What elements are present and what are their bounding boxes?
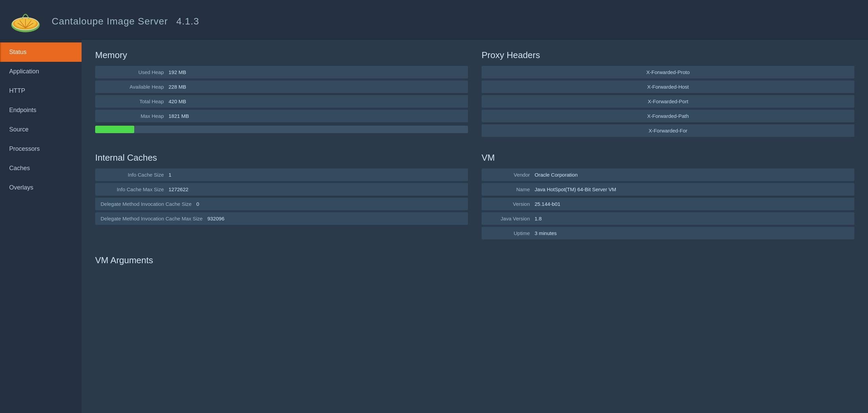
version-label: 4.1.3 — [176, 16, 199, 26]
sidebar-item-processors[interactable]: Processors — [0, 139, 82, 159]
memory-bar — [95, 126, 468, 133]
vm-version-row: Version 25.144-b01 — [482, 198, 854, 210]
memory-bar-fill — [95, 126, 134, 133]
delegate-cache-max-row: Delegate Method Invocation Cache Max Siz… — [95, 212, 468, 225]
proxy-row-3: X-Forwarded-Path — [482, 110, 854, 122]
sidebar-item-source[interactable]: Source — [0, 120, 82, 139]
app-title: Cantaloupe Image Server 4.1.3 — [48, 12, 199, 28]
proxy-row-4: X-Forwarded-For — [482, 124, 854, 137]
proxy-row-1: X-Forwarded-Host — [482, 80, 854, 93]
proxy-headers-section: Proxy Headers X-Forwarded-Proto X-Forwar… — [482, 50, 854, 139]
info-cache-size-row: Info Cache Size 1 — [95, 168, 468, 181]
proxy-headers-title: Proxy Headers — [482, 50, 854, 60]
vm-vendor-row: Vendor Oracle Corporation — [482, 168, 854, 181]
delegate-cache-size-row: Delegate Method Invocation Cache Size 0 — [95, 198, 468, 210]
memory-title: Memory — [95, 50, 468, 60]
app-layout: Status Application HTTP Endpoints Source… — [0, 40, 868, 413]
used-heap-row: Used Heap 192 MB — [95, 66, 468, 78]
logo-icon — [10, 6, 41, 33]
internal-caches-section: Internal Caches Info Cache Size 1 Info C… — [95, 152, 468, 241]
proxy-row-2: X-Forwarded-Port — [482, 95, 854, 108]
vm-java-version-row: Java Version 1.8 — [482, 212, 854, 225]
sidebar-item-overlays[interactable]: Overlays — [0, 178, 82, 197]
main-content: Memory Used Heap 192 MB Available Heap 2… — [82, 40, 868, 413]
proxy-row-0: X-Forwarded-Proto — [482, 66, 854, 78]
info-cache-max-row: Info Cache Max Size 1272622 — [95, 183, 468, 196]
header-title-group: Cantaloupe Image Server 4.1.3 — [48, 12, 199, 28]
sidebar-item-endpoints[interactable]: Endpoints — [0, 101, 82, 120]
vm-arguments-title: VM Arguments — [95, 255, 854, 266]
internal-caches-title: Internal Caches — [95, 152, 468, 163]
bottom-columns: Internal Caches Info Cache Size 1 Info C… — [95, 152, 854, 241]
sidebar: Status Application HTTP Endpoints Source… — [0, 40, 82, 413]
memory-section: Memory Used Heap 192 MB Available Heap 2… — [95, 50, 468, 139]
available-heap-row: Available Heap 228 MB — [95, 80, 468, 93]
sidebar-item-caches[interactable]: Caches — [0, 159, 82, 178]
sidebar-item-application[interactable]: Application — [0, 62, 82, 81]
vm-title: VM — [482, 152, 854, 163]
total-heap-row: Total Heap 420 MB — [95, 95, 468, 108]
vm-section: VM Vendor Oracle Corporation Name Java H… — [482, 152, 854, 241]
top-columns: Memory Used Heap 192 MB Available Heap 2… — [95, 50, 854, 139]
vm-arguments-section: VM Arguments — [95, 255, 854, 266]
sidebar-item-http[interactable]: HTTP — [0, 81, 82, 101]
vm-uptime-row: Uptime 3 minutes — [482, 227, 854, 239]
sidebar-item-status[interactable]: Status — [0, 42, 82, 62]
header: Cantaloupe Image Server 4.1.3 — [0, 0, 868, 40]
vm-name-row: Name Java HotSpot(TM) 64-Bit Server VM — [482, 183, 854, 196]
max-heap-row: Max Heap 1821 MB — [95, 110, 468, 122]
